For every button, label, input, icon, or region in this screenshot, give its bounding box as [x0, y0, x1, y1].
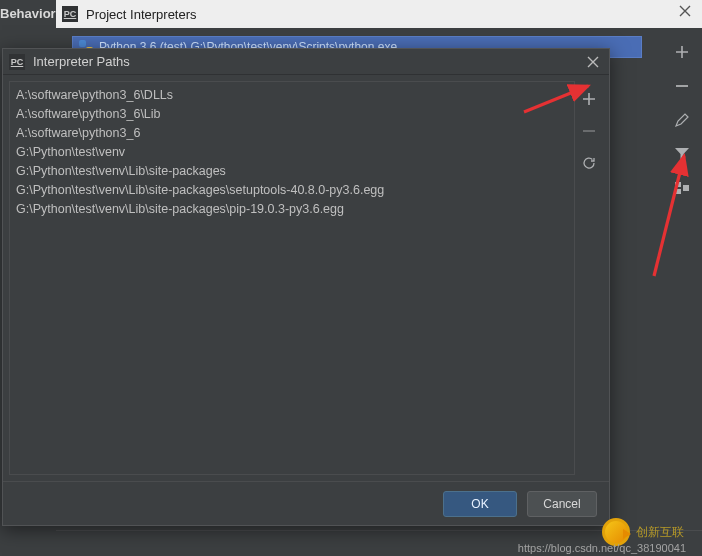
right-toolbar	[662, 36, 702, 200]
list-item[interactable]: G:\Python\test\venv\Lib\site-packages	[12, 162, 572, 181]
list-item[interactable]: G:\Python\test\venv\Lib\site-packages\pi…	[12, 200, 572, 219]
ok-button[interactable]: OK	[443, 491, 517, 517]
dialog-title: Interpreter Paths	[33, 54, 130, 69]
close-icon[interactable]	[583, 52, 603, 72]
list-item[interactable]: A:\software\python3_6\Lib	[12, 105, 572, 124]
svg-rect-4	[683, 185, 689, 191]
pycharm-icon: PC	[9, 54, 25, 70]
interpreter-paths-dialog: PC Interpreter Paths A:\software\python3…	[2, 48, 610, 526]
edit-interpreter-button[interactable]	[670, 108, 694, 132]
show-paths-button[interactable]	[670, 176, 694, 200]
list-item[interactable]: G:\Python\test\venv	[12, 143, 572, 162]
remove-path-button[interactable]	[577, 119, 601, 143]
remove-interpreter-button[interactable]	[670, 74, 694, 98]
add-interpreter-button[interactable]	[670, 40, 694, 64]
list-item[interactable]: A:\software\python3_6\DLLs	[12, 86, 572, 105]
close-icon[interactable]	[676, 4, 694, 22]
list-item[interactable]: G:\Python\test\venv\Lib\site-packages\se…	[12, 181, 572, 200]
watermark-url: https://blog.csdn.net/qc_38190041	[518, 542, 686, 554]
parent-title: Project Interpreters	[86, 7, 197, 22]
reload-paths-button[interactable]	[577, 151, 601, 175]
list-item[interactable]: A:\software\python3_6	[12, 124, 572, 143]
dialog-footer: OK Cancel	[3, 481, 609, 525]
watermark-text: 创新互联	[636, 524, 684, 541]
add-path-button[interactable]	[577, 87, 601, 111]
list-toolbar	[575, 81, 603, 475]
dialog-titlebar: PC Interpreter Paths	[3, 49, 609, 75]
svg-rect-2	[675, 182, 681, 187]
behavior-label: Behavior	[0, 6, 56, 21]
svg-rect-0	[79, 40, 86, 47]
pycharm-icon: PC	[62, 6, 78, 22]
dialog-content: A:\software\python3_6\DLLsA:\software\py…	[3, 75, 609, 481]
paths-list[interactable]: A:\software\python3_6\DLLsA:\software\py…	[9, 81, 575, 475]
cancel-button[interactable]: Cancel	[527, 491, 597, 517]
filter-icon[interactable]	[670, 142, 694, 166]
svg-rect-3	[675, 189, 681, 194]
parent-titlebar: PC Project Interpreters	[56, 0, 702, 28]
